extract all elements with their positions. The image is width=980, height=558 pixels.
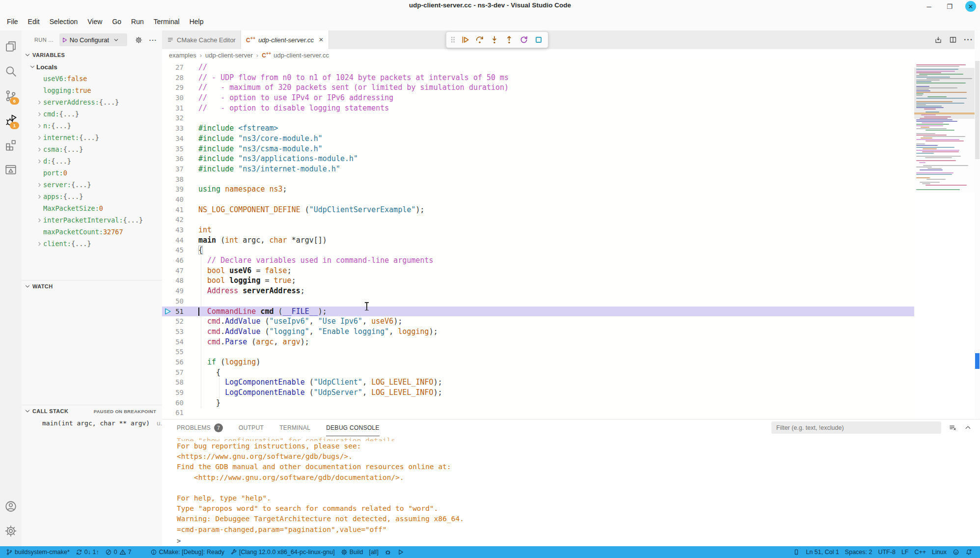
code-line-49[interactable]: 49 Address serverAddress; <box>162 286 914 296</box>
tab-cmake-cache-editor[interactable]: CMake Cache Editor <box>162 30 241 49</box>
variable-row-maxPacketCount[interactable]: maxPacketCount: 32767 <box>22 226 162 238</box>
panel-tab-debug-console[interactable]: DEBUG CONSOLE <box>326 419 380 436</box>
code-line-53[interactable]: 53 cmd.AddValue ("logging", "Enable logg… <box>162 327 914 337</box>
menu-help[interactable]: Help <box>185 15 209 28</box>
code-line-41[interactable]: 41NS_LOG_COMPONENT_DEFINE ("UdpClientSer… <box>162 205 914 215</box>
code-line-51[interactable]: 51 CommandLine cmd (__FILE__); <box>162 307 914 317</box>
line-number[interactable]: 37 <box>162 164 184 174</box>
status-debug-session[interactable]: undefined <box>135 546 147 558</box>
code-line-44[interactable]: 44main (int argc, char *argv[]) <box>162 235 914 246</box>
step-over-button[interactable] <box>473 33 486 46</box>
status-build-target[interactable]: [all] <box>366 546 381 558</box>
chevron-right-icon[interactable] <box>35 217 43 223</box>
code-line-50[interactable]: 50 <box>162 296 914 307</box>
status-sync-changes[interactable]: 0↓ 1↑ <box>73 546 102 558</box>
status-cmake-debug[interactable] <box>381 546 394 558</box>
status-os[interactable]: Linux <box>929 546 950 558</box>
line-number[interactable]: 34 <box>162 134 184 144</box>
stop-button[interactable] <box>532 33 545 46</box>
status-feedback[interactable] <box>950 546 962 558</box>
breadcrumb-item[interactable]: examples <box>169 52 196 59</box>
menu-terminal[interactable]: Terminal <box>149 15 185 28</box>
maximize-panel-icon[interactable] <box>964 424 972 431</box>
code-line-40[interactable]: 40 <box>162 195 914 205</box>
code-line-43[interactable]: 43int <box>162 225 914 235</box>
line-number[interactable]: 57 <box>162 367 184 378</box>
debug-configuration-dropdown[interactable]: No Configurat <box>59 33 127 46</box>
variable-row-server[interactable]: server: {...} <box>22 179 162 191</box>
code-line-39[interactable]: 39using namespace ns3; <box>162 184 914 195</box>
chevron-right-icon[interactable] <box>35 123 43 129</box>
debug-console-output[interactable]: Type "show configuration" for configurat… <box>177 436 975 535</box>
line-number[interactable]: 32 <box>162 113 184 123</box>
variable-row-cmd[interactable]: cmd: {...} <box>22 108 162 120</box>
step-into-button[interactable] <box>488 33 501 46</box>
status-cmake-launch[interactable] <box>394 546 407 558</box>
status-encoding[interactable]: UTF-8 <box>875 546 898 558</box>
close-button[interactable]: ✕ <box>965 1 976 12</box>
status-language-mode[interactable]: C++ <box>911 546 929 558</box>
line-number[interactable]: 43 <box>162 225 184 235</box>
code-line-48[interactable]: 48 bool logging = true; <box>162 276 914 286</box>
line-number[interactable]: 38 <box>162 174 184 185</box>
variable-row-logging[interactable]: logging: true <box>22 84 162 96</box>
panel-tab-output[interactable]: OUTPUT <box>239 419 264 436</box>
line-number[interactable]: 58 <box>162 377 184 388</box>
code-line-30[interactable]: 30// - option to use IPv4 or IPv6 addres… <box>162 93 914 103</box>
line-number[interactable]: 56 <box>162 357 184 367</box>
chevron-right-icon[interactable] <box>35 111 43 117</box>
maximize-button[interactable]: ❐ <box>945 1 954 11</box>
menu-go[interactable]: Go <box>107 15 126 28</box>
line-number[interactable]: 52 <box>162 316 184 327</box>
menu-selection[interactable]: Selection <box>45 15 83 28</box>
more-actions-icon[interactable]: ··· <box>964 35 973 44</box>
breadcrumb-item[interactable]: udp-client-server <box>205 52 253 59</box>
watch-section-header[interactable]: WATCH <box>22 280 162 292</box>
chevron-right-icon[interactable] <box>35 99 43 106</box>
code-line-57[interactable]: 57 { <box>162 367 914 378</box>
chevron-right-icon[interactable] <box>35 182 43 188</box>
code-line-47[interactable]: 47 bool useV6 = false; <box>162 266 914 276</box>
variable-row-apps[interactable]: apps: {...} <box>22 191 162 202</box>
line-number[interactable]: 39 <box>162 184 184 195</box>
chevron-right-icon[interactable] <box>35 158 43 165</box>
code-line-54[interactable]: 54 cmd.Parse (argc, argv); <box>162 337 914 347</box>
code-line-60[interactable]: 60 } <box>162 398 914 408</box>
line-number[interactable]: 33 <box>162 123 184 134</box>
line-number[interactable]: 59 <box>162 388 184 398</box>
console-filter-box[interactable] <box>771 421 941 434</box>
minimize-button[interactable]: ─ <box>924 1 934 11</box>
variable-row-client[interactable]: client: {...} <box>22 238 162 250</box>
minimap[interactable] <box>914 61 975 193</box>
status-cmake-status[interactable]: CMake: [Debug]: Ready <box>147 546 227 558</box>
line-number[interactable]: 45 <box>162 245 184 255</box>
run-build-icon[interactable] <box>934 36 942 44</box>
activity-accounts[interactable] <box>0 494 22 519</box>
menu-edit[interactable]: Edit <box>23 15 45 28</box>
variable-row-interPacketInterval[interactable]: interPacketInterval: {...} <box>22 214 162 226</box>
line-number[interactable]: 36 <box>162 154 184 164</box>
variable-row-d[interactable]: d: {...} <box>22 155 162 167</box>
code-line-42[interactable]: 42 <box>162 215 914 225</box>
code-line-29[interactable]: 29// - maximum of 320 packets sent (or l… <box>162 83 914 93</box>
variable-row-csma[interactable]: csma: {...} <box>22 143 162 155</box>
code-line-38[interactable]: 38 <box>162 174 914 185</box>
menu-file[interactable]: File <box>2 15 23 28</box>
line-number[interactable]: 42 <box>162 215 184 225</box>
code-line-31[interactable]: 31// - option to disable logging stateme… <box>162 103 914 113</box>
code-line-58[interactable]: 58 LogComponentEnable ("UdpClient", LOG_… <box>162 377 914 388</box>
chevron-right-icon[interactable] <box>35 194 43 200</box>
menu-view[interactable]: View <box>82 15 107 28</box>
activity-source-control[interactable]: 6 <box>0 84 22 108</box>
variable-row-port[interactable]: port: 0 <box>22 167 162 179</box>
overview-ruler[interactable] <box>975 30 980 419</box>
minimap-slider[interactable] <box>914 68 975 119</box>
code-line-37[interactable]: 37#include "ns3/internet-module.h" <box>162 164 914 174</box>
call-stack-section-header[interactable]: CALL STACK PAUSED ON BREAKPOINT <box>22 405 162 417</box>
status-cmake-kit[interactable]: [Clang 12.0.0 x86_64-pc-linux-gnu] <box>227 546 338 558</box>
line-number[interactable]: 61 <box>162 408 184 418</box>
variable-row-MaxPacketSize[interactable]: MaxPacketSize: 0 <box>22 202 162 214</box>
code-line-34[interactable]: 34#include "ns3/core-module.h" <box>162 134 914 144</box>
locals-group[interactable]: Locals <box>22 61 162 73</box>
code-line-61[interactable]: 61 <box>162 408 914 418</box>
